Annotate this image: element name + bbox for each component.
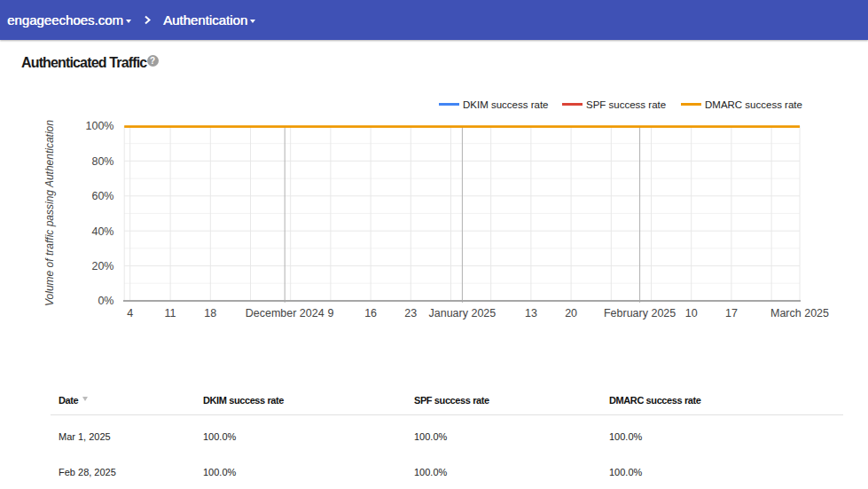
svg-text:80%: 80% — [91, 155, 113, 168]
svg-text:DKIM success rate: DKIM success rate — [463, 99, 549, 110]
svg-text:March 2025: March 2025 — [770, 307, 829, 319]
svg-text:20: 20 — [565, 307, 577, 319]
svg-text:February 2025: February 2025 — [604, 307, 676, 319]
svg-text:4: 4 — [127, 307, 133, 319]
svg-text:100%: 100% — [86, 120, 114, 132]
svg-text:January 2025: January 2025 — [429, 307, 497, 319]
svg-text:20%: 20% — [91, 260, 113, 272]
svg-text:Volume of traffic passing Auth: Volume of traffic passing Authentication — [43, 120, 56, 306]
svg-text:10: 10 — [685, 307, 698, 319]
svg-text:DMARC success rate: DMARC success rate — [705, 99, 802, 110]
svg-text:18: 18 — [204, 307, 216, 319]
svg-text:40%: 40% — [91, 225, 113, 238]
svg-text:SPF success rate: SPF success rate — [586, 99, 666, 110]
svg-text:17: 17 — [725, 307, 738, 319]
svg-text:0%: 0% — [98, 295, 113, 307]
svg-text:23: 23 — [404, 307, 417, 319]
svg-text:16: 16 — [364, 307, 377, 319]
svg-text:11: 11 — [165, 307, 176, 319]
svg-text:60%: 60% — [91, 190, 113, 202]
svg-text:9: 9 — [327, 307, 333, 319]
svg-text:December 2024: December 2024 — [246, 307, 325, 319]
svg-text:13: 13 — [525, 307, 537, 319]
